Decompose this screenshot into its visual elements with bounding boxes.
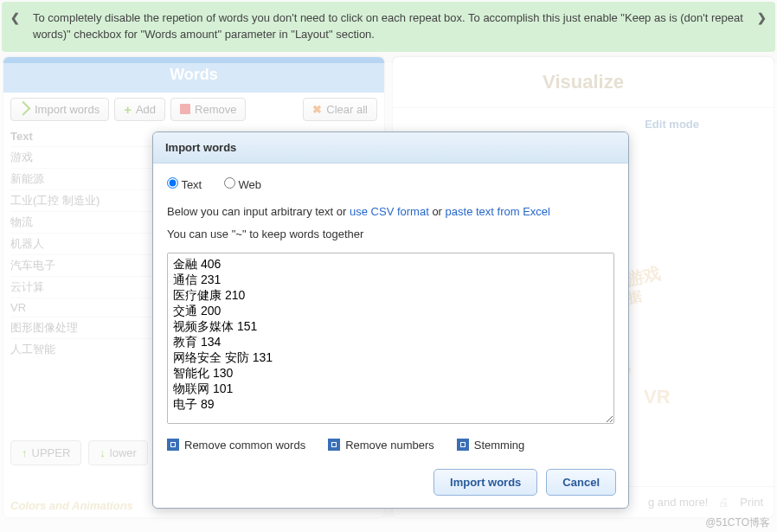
import-words-modal: Import words Text Web Below you can inpu… xyxy=(152,131,629,509)
watermark: @51CTO博客 xyxy=(705,516,770,530)
tip-prev-button[interactable]: ❮ xyxy=(10,10,20,27)
tip-next-button[interactable]: ❯ xyxy=(757,10,767,27)
csv-format-link[interactable]: use CSV format xyxy=(350,205,429,218)
cancel-button[interactable]: Cancel xyxy=(546,469,616,496)
import-textarea[interactable] xyxy=(167,253,614,424)
modal-title: Import words xyxy=(153,132,628,163)
tip-text: To completely disable the repetion of wo… xyxy=(33,11,743,41)
source-web-radio[interactable]: Web xyxy=(224,178,261,191)
stemming-checkbox[interactable]: Stemming xyxy=(457,439,525,452)
keep-together-hint: You can use "~" to keep words together xyxy=(167,226,614,243)
checkbox-icon xyxy=(457,439,469,451)
modal-description: Below you can input arbitrary text or us… xyxy=(167,203,614,221)
tip-banner: ❮ To completely disable the repetion of … xyxy=(2,2,775,52)
remove-numbers-checkbox[interactable]: Remove numbers xyxy=(328,439,434,452)
remove-common-checkbox[interactable]: Remove common words xyxy=(167,439,305,452)
checkbox-icon xyxy=(167,439,179,451)
source-text-radio[interactable]: Text xyxy=(167,178,202,191)
paste-excel-link[interactable]: paste text from Excel xyxy=(446,205,550,218)
checkbox-icon xyxy=(328,439,340,451)
import-words-confirm-button[interactable]: Import words xyxy=(433,469,537,496)
